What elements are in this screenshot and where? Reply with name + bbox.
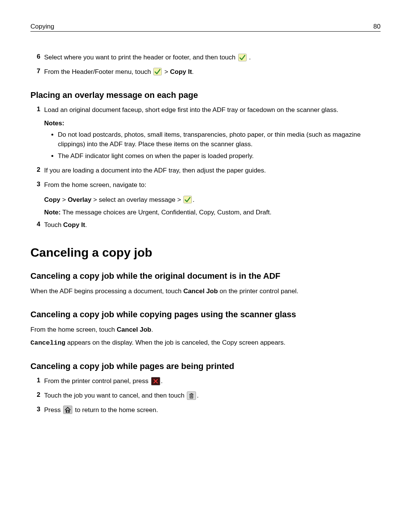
cancel-x-icon <box>151 377 160 385</box>
glass-p1-a: From the home screen, touch <box>30 326 117 333</box>
printing-step-2: 2 Touch the job you want to cancel, and … <box>30 391 381 400</box>
step-7-text-a: From the Header/Footer menu, touch <box>44 68 153 75</box>
overlay-note-line: Note: The message choices are Urgent, Co… <box>44 208 381 217</box>
step-number: 6 <box>30 53 44 61</box>
step-number: 2 <box>30 166 44 174</box>
checkmark-icon <box>238 54 247 61</box>
cancel-adf-heading: Canceling a copy job while the original … <box>30 271 381 281</box>
glass-p1-c: . <box>151 326 153 333</box>
step-7-gt: > <box>164 68 170 75</box>
overlay-navigation: Copy > Overlay > select an overlay messa… <box>44 195 381 205</box>
nav-copy: Copy <box>44 196 61 203</box>
overlay-s2-text: If you are loading a document into the A… <box>44 166 381 175</box>
printing-s2-a: Touch the job you want to cancel, and th… <box>44 392 186 399</box>
overlay-step-3: 3 From the home screen, navigate to: <box>30 181 381 190</box>
step-number: 7 <box>30 67 44 75</box>
nav-gt1: > <box>61 196 68 203</box>
cancel-printing-heading: Canceling a copy job while pages are bei… <box>30 361 381 371</box>
step-7-dot: . <box>192 68 194 75</box>
glass-p1-b: Cancel Job <box>117 326 151 333</box>
step-7: 7 From the Header/Footer menu, touch > C… <box>30 67 381 77</box>
note-label: Note: <box>44 209 61 216</box>
step-6-text-b: . <box>249 54 251 61</box>
overlay-s4-b: Copy It <box>63 221 85 228</box>
glass-p2-b: appears on the display. When the job is … <box>65 339 285 346</box>
step-number: 3 <box>30 181 44 188</box>
printing-step-3: 3 Press to return to the home screen. <box>30 406 381 415</box>
step-7-bold: Copy It <box>170 68 192 75</box>
cancel-adf-paragraph: When the ADF begins processing a documen… <box>30 286 381 296</box>
nav-dot: . <box>193 196 194 203</box>
overlay-s3-text: From the home screen, navigate to: <box>44 181 381 190</box>
printing-s3-a: Press <box>44 406 62 414</box>
glass-p2-a: Canceling <box>30 339 65 347</box>
note-text: The message choices are Urgent, Confiden… <box>61 209 271 216</box>
page-number: 80 <box>373 23 381 30</box>
step-number: 4 <box>30 220 44 228</box>
step-6-text-a: Select where you want to print the heade… <box>44 54 237 61</box>
step-6: 6 Select where you want to print the hea… <box>30 53 381 62</box>
svg-rect-7 <box>67 411 68 413</box>
overlay-note-1: Do not load postcards, photos, small ite… <box>58 130 381 149</box>
trash-icon <box>187 391 196 400</box>
adf-p-c: on the printer control panel. <box>218 288 298 295</box>
overlay-s1-text: Load an original document faceup, short … <box>44 105 381 115</box>
overlay-step-2: 2 If you are loading a document into the… <box>30 166 381 175</box>
header-section: Copying <box>30 23 54 30</box>
step-number: 3 <box>30 406 44 413</box>
overlay-note-2: The ADF indicator light comes on when th… <box>58 152 381 161</box>
printing-step-1: 1 From the printer control panel, press … <box>30 377 381 386</box>
cancel-glass-p1: From the home screen, touch Cancel Job. <box>30 325 381 335</box>
notes-label: Notes: <box>44 120 381 127</box>
checkmark-icon <box>183 196 192 203</box>
adf-p-b: Cancel Job <box>183 288 218 295</box>
cancel-glass-p2: Canceling appears on the display. When t… <box>30 338 381 348</box>
printing-s1-b: . <box>161 377 163 385</box>
printing-s3-b: to return to the home screen. <box>75 406 158 414</box>
nav-overlay: Overlay <box>68 196 91 203</box>
header-rule <box>30 31 381 32</box>
adf-p-a: When the ADF begins processing a documen… <box>30 288 183 295</box>
step-number: 1 <box>30 377 44 384</box>
checkmark-icon <box>153 68 162 75</box>
overlay-s4-a: Touch <box>44 221 63 228</box>
overlay-heading: Placing an overlay message on each page <box>30 90 381 100</box>
overlay-s4-c: . <box>85 221 87 228</box>
cancel-glass-heading: Canceling a copy job while copying pages… <box>30 310 381 320</box>
home-icon <box>63 406 72 414</box>
overlay-step-1: 1 Load an original document faceup, shor… <box>30 105 381 115</box>
nav-rest: > select an overlay message > <box>91 196 183 203</box>
cancel-heading: Canceling a copy job <box>30 246 381 260</box>
overlay-step-4: 4 Touch Copy It. <box>30 220 381 230</box>
step-number: 1 <box>30 105 44 113</box>
printing-s1-a: From the printer control panel, press <box>44 377 150 385</box>
step-number: 2 <box>30 391 44 399</box>
printing-s2-b: . <box>197 392 199 399</box>
